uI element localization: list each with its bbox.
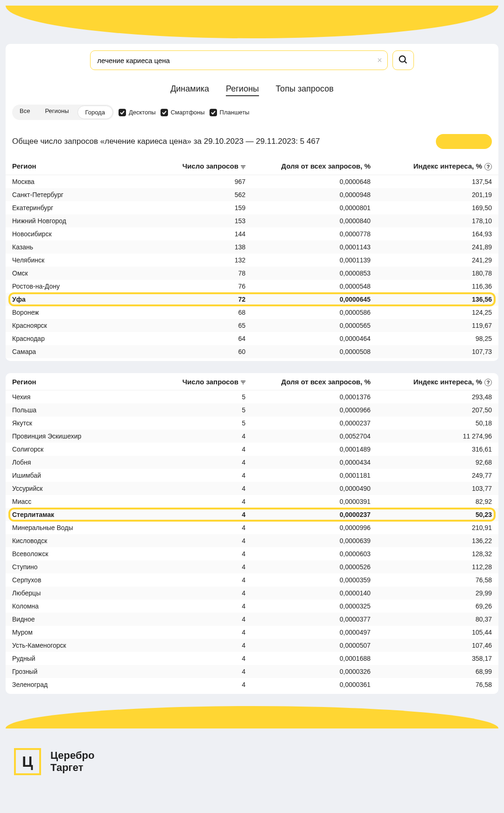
search-input[interactable] (90, 50, 387, 70)
cell-index: 169,50 (371, 204, 492, 212)
cell-count: 4 (152, 642, 245, 649)
cell-share: 0,0000140 (245, 589, 371, 597)
cell-share: 0,0000948 (245, 191, 371, 198)
svg-line-1 (404, 61, 406, 63)
tab-regions[interactable]: Регионы (226, 84, 259, 96)
search-button[interactable] (392, 50, 414, 70)
cell-index: 119,67 (371, 322, 492, 329)
col-count[interactable]: Число запросов (152, 162, 245, 171)
cell-count: 4 (152, 511, 245, 518)
decorative-arc-bottom (6, 706, 498, 728)
table-row: Москва9670,0000648137,54 (6, 175, 498, 188)
check-icon (210, 109, 217, 116)
table-row: Новосибирск1440,0000778164,93 (6, 227, 498, 240)
cell-index: 124,25 (371, 309, 492, 316)
decorative-arc-top (6, 6, 498, 38)
table-row: Видное40,000037780,37 (6, 613, 498, 626)
col-count[interactable]: Число запросов (152, 378, 245, 387)
cell-index: 116,36 (371, 283, 492, 290)
cell-share: 0,0000490 (245, 485, 371, 492)
seg-regions[interactable]: Регионы (37, 105, 76, 120)
checkbox-smartphones[interactable]: Смартфоны (161, 109, 205, 116)
cell-count: 4 (152, 550, 245, 558)
clear-icon[interactable]: × (377, 56, 382, 65)
cell-share: 0,0000326 (245, 668, 371, 675)
cell-share: 0,0000548 (245, 283, 371, 290)
cell-region: Краснодар (12, 335, 152, 342)
table-row: Уссурийск40,0000490103,77 (6, 482, 498, 495)
seg-cities[interactable]: Города (77, 106, 113, 119)
cell-region: Усть-Каменогорск (12, 642, 152, 649)
cell-index: 80,37 (371, 615, 492, 623)
footer: Ц Церебро Таргет (0, 734, 504, 799)
cell-region: Уссурийск (12, 485, 152, 492)
cell-region: Воронеж (12, 309, 152, 316)
cell-region: Минеральные Воды (12, 524, 152, 531)
main-tabs: Динамика Регионы Топы запросов (6, 70, 498, 105)
cell-index: 76,58 (371, 681, 492, 688)
cell-region: Челябинск (12, 256, 152, 264)
cell-share: 0,0000526 (245, 563, 371, 571)
cell-share: 0,0001376 (245, 393, 371, 401)
tab-tops[interactable]: Топы запросов (276, 84, 334, 96)
col-index[interactable]: Индекс интереса, %? (371, 162, 492, 171)
logo-icon: Ц (14, 748, 41, 775)
col-region[interactable]: Регион (12, 162, 152, 171)
cell-index: 29,99 (371, 589, 492, 597)
cell-share: 0,0000391 (245, 498, 371, 505)
cell-count: 144 (152, 230, 245, 238)
cell-count: 4 (152, 589, 245, 597)
check-icon (119, 109, 126, 116)
tab-dynamics[interactable]: Динамика (170, 84, 209, 96)
cell-count: 4 (152, 445, 245, 453)
checkbox-tablets[interactable]: Планшеты (210, 109, 250, 116)
cell-region: Ступино (12, 563, 152, 571)
table-row: Провинция Эскишехир40,005270411 274,96 (6, 430, 498, 443)
help-icon[interactable]: ? (484, 163, 492, 170)
table-row: Воронеж680,0000586124,25 (6, 306, 498, 319)
col-share[interactable]: Доля от всех запросов, % (245, 378, 371, 387)
seg-all[interactable]: Все (12, 105, 37, 120)
table-row: Всеволожск40,0000603128,32 (6, 547, 498, 560)
cell-share: 0,0000359 (245, 576, 371, 584)
cell-count: 138 (152, 243, 245, 251)
cell-index: 50,23 (371, 511, 492, 518)
cell-region: Москва (12, 178, 152, 185)
cell-region: Санкт-Петербург (12, 191, 152, 198)
cell-count: 4 (152, 459, 245, 466)
table-row: Челябинск1320,0001139241,29 (6, 254, 498, 267)
cell-index: 69,26 (371, 602, 492, 610)
cell-share: 0,0000966 (245, 406, 371, 414)
help-icon[interactable]: ? (484, 379, 492, 386)
table-row: Чехия50,0001376293,48 (6, 390, 498, 403)
checkbox-desktops[interactable]: Десктопы (119, 109, 156, 116)
cell-share: 0,0000639 (245, 537, 371, 544)
cell-region: Польша (12, 406, 152, 414)
col-index[interactable]: Индекс интереса, %? (371, 378, 492, 387)
cell-index: 201,19 (371, 191, 492, 198)
cell-count: 5 (152, 393, 245, 401)
table-row: Уфа720,0000645136,56 (6, 293, 498, 306)
cell-region: Всеволожск (12, 550, 152, 558)
cell-share: 0,0000464 (245, 335, 371, 342)
svg-point-0 (399, 56, 405, 62)
cell-region: Видное (12, 615, 152, 623)
checkbox-label: Десктопы (129, 109, 156, 116)
cell-index: 164,93 (371, 230, 492, 238)
cell-share: 0,0000565 (245, 322, 371, 329)
table-row: Нижний Новгород1530,0000840178,10 (6, 214, 498, 227)
cell-region: Лобня (12, 459, 152, 466)
cell-index: 112,28 (371, 563, 492, 571)
cell-count: 4 (152, 615, 245, 623)
col-share[interactable]: Доля от всех запросов, % (245, 162, 371, 171)
cell-region: Чехия (12, 393, 152, 401)
scope-segmented: Все Регионы Города (12, 105, 114, 120)
cell-share: 0,0000508 (245, 348, 371, 355)
export-button[interactable] (436, 134, 492, 149)
cell-share: 0,0001143 (245, 243, 371, 251)
cell-count: 4 (152, 655, 245, 662)
cell-region: Уфа (12, 296, 152, 303)
col-region[interactable]: Регион (12, 378, 152, 387)
cell-index: 241,89 (371, 243, 492, 251)
cell-count: 4 (152, 537, 245, 544)
